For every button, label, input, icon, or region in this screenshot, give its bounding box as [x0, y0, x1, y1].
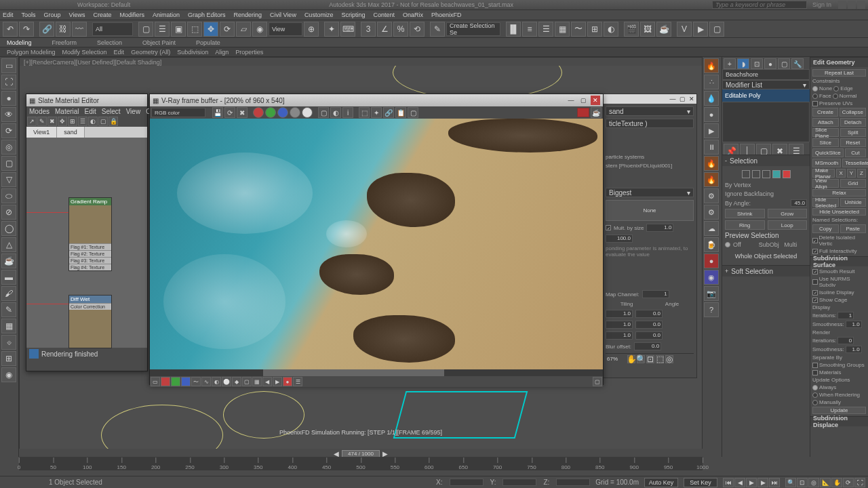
- vfb-hist-icon[interactable]: ▭: [151, 377, 160, 386]
- relax-button[interactable]: Relax: [812, 189, 866, 197]
- torus-icon[interactable]: ◯: [1, 221, 16, 236]
- workspace-label[interactable]: Workspace: Default: [77, 1, 130, 8]
- vfb-cc-hsv-icon[interactable]: ◆: [232, 377, 241, 386]
- vfb-cc-wb-icon[interactable]: ⚪: [222, 377, 231, 386]
- box-icon[interactable]: ▢: [1, 156, 16, 171]
- ribbon-sub-align[interactable]: Align: [215, 49, 229, 56]
- menu-modifiers[interactable]: Modifiers: [119, 12, 144, 18]
- dock-close-icon[interactable]: ✕: [687, 94, 696, 104]
- particle-icon[interactable]: ∴: [704, 75, 719, 89]
- menu-content[interactable]: Content: [373, 12, 395, 18]
- z-coord-field[interactable]: [556, 479, 590, 486]
- r-iter-spinner[interactable]: 0: [837, 337, 854, 344]
- vfb-cc-r-icon[interactable]: [161, 377, 170, 386]
- constrain-edge-radio[interactable]: [833, 86, 839, 92]
- menu-group[interactable]: Group: [44, 12, 61, 18]
- modifier-stack[interactable]: [722, 102, 810, 142]
- node-diff-wet[interactable]: Diff Wet Color Correction: [68, 295, 112, 348]
- vfb-cc-prev-icon[interactable]: ◀: [262, 377, 272, 386]
- play-icon[interactable]: ▶: [746, 478, 757, 487]
- vfb-cc-lvl-icon[interactable]: 〜: [191, 377, 201, 386]
- grid-icon[interactable]: ⊞: [1, 351, 16, 366]
- vfb-cc-layer-icon[interactable]: ☰: [293, 377, 302, 386]
- create-button[interactable]: Create: [812, 108, 838, 117]
- link-icon[interactable]: 🔗: [39, 22, 54, 37]
- vfb-cc-g-icon[interactable]: [171, 377, 180, 386]
- vfb-dock-icon[interactable]: ▢: [593, 377, 602, 386]
- modify-panel-icon[interactable]: ◗: [737, 58, 749, 69]
- manually-radio[interactable]: [812, 400, 818, 405]
- showcage-check[interactable]: ✓: [812, 298, 818, 303]
- slate-menu-material[interactable]: Material: [55, 108, 79, 115]
- mirror-icon[interactable]: ▐▌: [506, 22, 521, 37]
- cloud-icon[interactable]: ☁: [704, 221, 719, 236]
- ribbon-sub-polymodel[interactable]: Polygon Modeling: [7, 49, 56, 56]
- rotate-vp-icon[interactable]: ⟳: [1, 123, 16, 138]
- mode-dropdown[interactable]: Biggest▾: [606, 188, 694, 197]
- red-ball-icon[interactable]: ●: [704, 253, 719, 268]
- view-icon[interactable]: 👁: [1, 107, 16, 122]
- grow-button[interactable]: Grow: [768, 209, 808, 218]
- vfb-minimize-icon[interactable]: —: [566, 96, 576, 105]
- select-name-icon[interactable]: ☰: [155, 22, 170, 37]
- pause-sim-icon[interactable]: ⏸: [704, 140, 719, 155]
- sphere2-icon[interactable]: ◉: [1, 367, 16, 382]
- vfb-cc-next-icon[interactable]: ▶: [273, 377, 282, 386]
- angle-u-spinner[interactable]: 0.0: [635, 310, 663, 318]
- vfb-mono-icon[interactable]: [302, 107, 313, 118]
- rotate-icon[interactable]: ⟳: [220, 22, 235, 37]
- menu-grapheditors[interactable]: Graph Editors: [188, 12, 226, 18]
- render-setup-icon[interactable]: 🎬: [624, 22, 639, 37]
- ribbon-tab-populate[interactable]: Populate: [196, 39, 220, 46]
- render-icon[interactable]: ☕: [656, 22, 671, 37]
- pan-vp-icon[interactable]: ✋: [831, 478, 842, 487]
- vray-vfb-icon[interactable]: ▢: [709, 22, 724, 37]
- autokey-button[interactable]: Auto Key: [644, 478, 678, 487]
- zoom-all-icon[interactable]: ⊡: [797, 478, 808, 487]
- vfb-clear-icon[interactable]: ✖: [237, 107, 248, 118]
- vfb-stop-button[interactable]: [577, 108, 589, 117]
- blur-spinner[interactable]: 0.0: [634, 342, 661, 350]
- slate-move-icon[interactable]: ✥: [58, 117, 67, 126]
- maximize-icon[interactable]: [848, 1, 856, 9]
- iter-spinner[interactable]: 1: [837, 312, 854, 319]
- vfb-blue-icon[interactable]: [277, 107, 288, 118]
- menu-views[interactable]: Views: [69, 12, 85, 18]
- vertex-subobj-icon[interactable]: [742, 170, 750, 178]
- menu-scripting[interactable]: Scripting: [341, 12, 365, 18]
- vfb-alpha-icon[interactable]: [290, 107, 300, 118]
- msmooth-button[interactable]: MSmooth: [812, 159, 841, 167]
- mult-check[interactable]: ✓: [606, 225, 611, 230]
- edit-named-sel-icon[interactable]: ✎: [430, 22, 445, 37]
- hideunsel-button[interactable]: Hide Unselected: [812, 208, 866, 216]
- named-sel-dropdown[interactable]: Create Selection Se: [446, 22, 500, 36]
- slate-lib-icon[interactable]: ☰: [78, 117, 87, 126]
- fire-icon[interactable]: 🔥: [704, 58, 719, 73]
- unhide-button[interactable]: Unhide: [840, 198, 866, 207]
- isoline-check[interactable]: ✓: [812, 290, 818, 296]
- ribbon-sub-modifysel[interactable]: Modify Selection: [62, 49, 107, 56]
- map-name-dropdown[interactable]: sand▾: [606, 106, 694, 116]
- loop-button[interactable]: Loop: [768, 220, 808, 230]
- pivot-icon[interactable]: ⊕: [304, 22, 319, 37]
- select-manipulate-icon[interactable]: ✦: [324, 22, 339, 37]
- snap-icon[interactable]: 3: [361, 22, 376, 37]
- angle-w-spinner[interactable]: 0.0: [635, 331, 663, 340]
- ribbon-tab-selection[interactable]: Selection: [97, 39, 122, 46]
- paste-button[interactable]: Paste: [840, 224, 867, 233]
- spinner-snap-icon[interactable]: ⟲: [410, 22, 425, 37]
- constrain-normal-radio[interactable]: [833, 94, 838, 99]
- zoom-vp-icon[interactable]: 🔍: [785, 478, 796, 487]
- schematic-icon[interactable]: ⊞: [587, 22, 602, 37]
- select-tool-icon[interactable]: ▭: [1, 58, 16, 73]
- camera-icon[interactable]: 📷: [704, 286, 719, 301]
- gridalign-button[interactable]: Grid: [840, 179, 867, 188]
- vfb-cc-curve-icon[interactable]: ∿: [201, 377, 211, 386]
- vfb-srgb-icon[interactable]: ◐: [330, 107, 341, 118]
- vfb-copy-icon[interactable]: 📋: [395, 107, 406, 118]
- menu-create[interactable]: Create: [93, 12, 111, 18]
- select-region-icon[interactable]: ▣: [171, 22, 186, 37]
- vfb-red-icon[interactable]: [253, 107, 264, 118]
- slate-layout-icon[interactable]: ⊞: [68, 117, 77, 126]
- slate-menu-edit[interactable]: Edit: [85, 108, 96, 115]
